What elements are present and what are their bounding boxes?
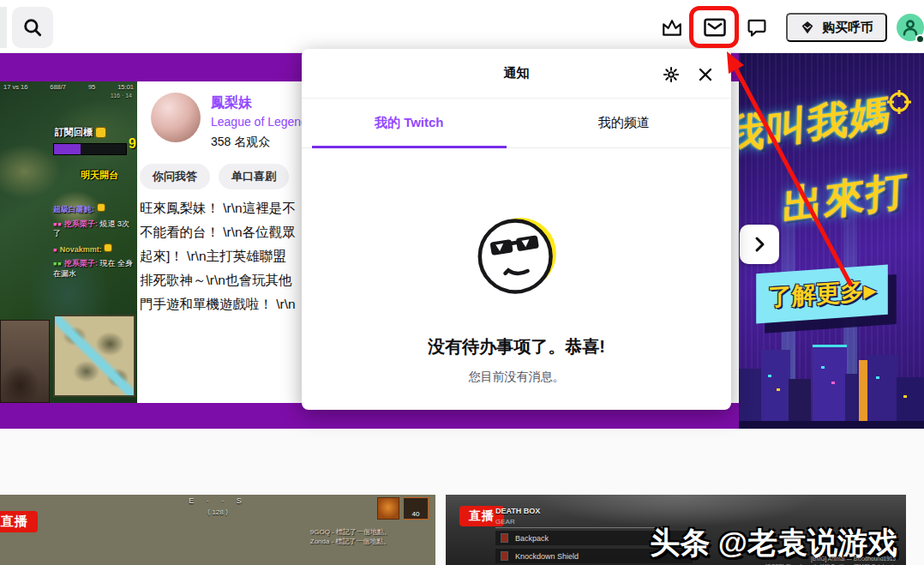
banner-headline-line2: 出來打 xyxy=(782,163,909,233)
chat-line: ■■ 挖系栗子: 現在 全身在漏水 xyxy=(53,259,135,279)
notifications-panel: 通知 我的 Twitch 我的频道 xyxy=(302,49,731,410)
top-navigation-bar: 购买呼币 xyxy=(0,0,924,53)
nav-edge-stub xyxy=(0,7,7,48)
banner-headline-line1: 我叫我媽 xyxy=(739,87,892,163)
buy-bits-label: 购买呼币 xyxy=(822,20,873,36)
hud-cs: 95 xyxy=(88,83,95,91)
chat-badge-icons: ■ xyxy=(53,247,57,253)
tab-my-channel[interactable]: 我的频道 xyxy=(517,99,732,147)
stream-chat-overlay: 超級白薯魨: ■■ 挖系栗子: 燒退 3次了 ■ Novakmmt: ■■ 挖系… xyxy=(53,203,135,283)
city-skyline xyxy=(739,334,924,429)
crosshair-icon xyxy=(886,89,912,115)
stream-thumbnail-apex[interactable]: 直播 E · · S ⟨ 128 ⟩ 40 9GOQ - 標記了一個地點。 Zo… xyxy=(0,495,435,565)
sub-goal-progressbar xyxy=(53,143,127,155)
bits-gem-icon xyxy=(800,19,815,36)
buy-bits-button[interactable]: 购买呼币 xyxy=(786,13,887,42)
streamer-webcam xyxy=(0,320,50,403)
chat-line: ■ Novakmmt: xyxy=(53,243,135,255)
kill-leader-icon xyxy=(377,497,399,520)
stream-category-link[interactable]: League of Legends xyxy=(211,115,314,129)
gear-icon xyxy=(662,65,681,84)
sub-goal-progress-fill xyxy=(54,144,81,154)
stream-tags: 你问我答 单口喜剧 xyxy=(140,164,289,189)
item-icon xyxy=(501,551,508,561)
chat-line: 超級白薯魨: xyxy=(53,203,135,215)
viewer-count: 358 名观众 xyxy=(211,135,270,150)
panel-header: 通知 xyxy=(302,49,731,99)
sunglasses-face-icon xyxy=(466,210,567,303)
game-hud-row: 17 vs 16 688/7 95 15:01 xyxy=(3,83,134,91)
damage-counter: 40 xyxy=(403,497,429,520)
gear-section-header: GEAR xyxy=(495,518,667,528)
panel-tabs: 我的 Twitch 我的频道 xyxy=(302,99,731,148)
cool-face-illustration xyxy=(466,210,567,306)
hud-score: 17 vs 16 xyxy=(3,83,27,91)
killfeed-overlay: 9GOQ - 標記了一個地點。 Zonda - 標記了一個地點。 xyxy=(310,527,391,546)
hud-secondary: 116 · 14 xyxy=(111,93,132,99)
learn-more-button[interactable]: 了解更多▸ xyxy=(756,265,888,324)
emote-icon xyxy=(97,203,105,212)
stream-thumbnail-deathbox[interactable]: 直播 DEATH BOX GEAR Backpack Knockdown Shi… xyxy=(446,495,906,565)
twitch-page: 17 vs 16 688/7 95 15:01 116 · 14 訂閱回標 9 … xyxy=(0,0,924,565)
tag-qa[interactable]: 你问我答 xyxy=(140,164,210,189)
carousel-next-button[interactable] xyxy=(740,225,779,264)
pineapple-emote-icon xyxy=(95,127,106,138)
whisper-button[interactable] xyxy=(744,15,770,39)
inbox-envelope-icon xyxy=(702,15,728,40)
inbox-button[interactable] xyxy=(701,14,729,41)
crown-activity-icon xyxy=(661,17,683,38)
hud-gold: 688/7 xyxy=(50,83,66,91)
tag-comedy[interactable]: 单口喜剧 xyxy=(219,164,289,189)
chat-badge-icons: ■■ xyxy=(53,261,62,267)
stream-description: 旺來鳳梨妹！ \r\n這裡是不 不能看的台！ \r\n各位觀眾 起來]！ \r\… xyxy=(140,196,303,316)
chat-badge-icons: ■■ xyxy=(53,221,62,227)
notification-settings-button[interactable] xyxy=(659,63,683,87)
online-status-dot xyxy=(915,34,924,44)
sub-goal-count: 9 xyxy=(129,136,136,152)
hud-time: 15:01 xyxy=(117,83,134,91)
streamer-name[interactable]: 鳳梨妹 xyxy=(211,94,252,112)
compass-overlay: E · · S xyxy=(0,496,435,505)
close-icon xyxy=(697,66,714,83)
sub-goal-note: 明天開台 xyxy=(81,169,118,182)
game-minimap xyxy=(53,315,135,397)
featured-stream-video[interactable]: 17 vs 16 688/7 95 15:01 116 · 14 訂閱回標 9 … xyxy=(0,81,137,403)
chevron-right-icon xyxy=(751,236,768,253)
item-icon xyxy=(501,533,508,543)
empty-state-title: 没有待办事项了。恭喜! xyxy=(302,335,731,358)
killfeed-overlay: [BMG] Animal — Bloodhound1915 [COFE] Cha… xyxy=(765,555,896,565)
compass-degrees: ⟨ 128 ⟩ xyxy=(0,508,435,516)
sub-goal-label: 訂閱回標 xyxy=(55,126,106,139)
tab-my-twitch[interactable]: 我的 Twitch xyxy=(302,99,517,147)
close-panel-button[interactable] xyxy=(693,63,717,87)
chat-bubble-icon xyxy=(746,16,768,39)
activity-feed-button[interactable] xyxy=(660,16,684,39)
search-icon xyxy=(21,16,44,39)
emote-icon xyxy=(104,243,112,252)
streamer-avatar[interactable] xyxy=(151,93,201,142)
chat-line: ■■ 挖系栗子: 燒退 3次了 xyxy=(53,219,135,239)
empty-state-subtitle: 您目前没有消息。 xyxy=(302,370,731,385)
search-button[interactable] xyxy=(12,7,53,48)
